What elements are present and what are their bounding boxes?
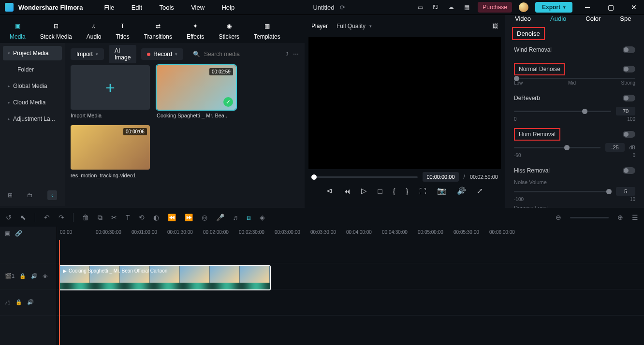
folder-icon[interactable]: 🗀 [27, 192, 33, 199]
scrubber-track[interactable] [311, 176, 418, 178]
undo-icon[interactable]: ↶ [44, 214, 50, 221]
refresh-icon[interactable]: ⟳ [340, 4, 345, 11]
sidebar-cloud-media[interactable]: ▸Cloud Media [3, 95, 62, 110]
tab-stickers[interactable]: ◉Stickers [219, 21, 239, 43]
section-denoise[interactable]: Denoise [505, 27, 644, 40]
step-back-button[interactable]: ⏮ [343, 187, 351, 195]
tab-audio[interactable]: ♫Audio [87, 21, 102, 43]
preview-viewport[interactable] [308, 37, 501, 169]
tab-stock-media[interactable]: ⊡Stock Media [40, 21, 72, 43]
zoom-in-icon[interactable]: ⊕ [617, 214, 623, 221]
hiss-removal-toggle[interactable] [623, 167, 635, 174]
tab-templates[interactable]: ▥Templates [254, 21, 280, 43]
close-button[interactable]: ✕ [626, 3, 642, 11]
menu-file[interactable]: File [96, 4, 122, 11]
mark-in-button[interactable]: { [393, 187, 395, 195]
sidebar-global-media[interactable]: ▸Global Media [3, 79, 62, 93]
hum-removal-slider[interactable] [514, 147, 600, 148]
track-head-audio[interactable]: ♪1🔒🔊 [0, 289, 57, 316]
sidebar-adjustment-layer[interactable]: ▸Adjustment La... [3, 112, 62, 126]
pointer-icon[interactable]: ⬉ [20, 214, 26, 221]
tab-transitions[interactable]: ⇄Transitions [144, 21, 172, 43]
timeline-clip[interactable]: ▶Cooking Spaghetti _ Mr. Bean Official C… [59, 265, 271, 290]
redo-icon[interactable]: ↷ [59, 214, 64, 221]
save-icon[interactable]: 🖫 [431, 3, 440, 12]
ai-image-button[interactable]: AI Image [109, 45, 136, 63]
timeline-lanes[interactable]: ▶Cooking Spaghetti _ Mr. Bean Official C… [57, 240, 644, 345]
dereverb-toggle[interactable] [623, 95, 635, 101]
prop-tab-video[interactable]: Video [515, 15, 531, 22]
marker-icon[interactable]: ◈ [260, 214, 265, 221]
avatar[interactable] [519, 2, 528, 12]
sequence-icon[interactable]: ▣ [5, 230, 10, 237]
speed-fast-icon[interactable]: ⏩ [185, 214, 193, 221]
noise-volume-slider[interactable] [514, 191, 611, 192]
record-button[interactable]: Record▾ [141, 48, 183, 60]
delete-icon[interactable]: 🗑 [82, 214, 89, 221]
search-field[interactable]: 🔍 [188, 51, 281, 58]
normal-denoise-slider[interactable] [514, 78, 635, 79]
purchase-button[interactable]: Purchase [478, 2, 512, 13]
menu-tools[interactable]: Tools [151, 4, 181, 11]
normal-denoise-toggle[interactable] [623, 66, 635, 72]
tab-effects[interactable]: ✦Effects [187, 21, 204, 43]
quality-dropdown[interactable]: Full Quality▾ [337, 23, 372, 29]
hum-removal-toggle[interactable] [623, 131, 635, 138]
import-button[interactable]: Import▾ [71, 48, 104, 60]
media-item-1[interactable]: 00:02:59✓ Cooking Spaghetti _ Mr. Bea... [157, 65, 236, 118]
more-icon[interactable]: ⋯ [293, 51, 299, 58]
history-icon[interactable]: ↺ [6, 214, 12, 221]
playhead[interactable] [59, 240, 60, 345]
speed-slow-icon[interactable]: ⏪ [168, 214, 176, 221]
track-head-video[interactable]: 🎬1🔒🔊👁 [0, 263, 57, 289]
export-button[interactable]: Export▾ [535, 2, 572, 13]
sidebar-project-media[interactable]: ▾Project Media [3, 46, 62, 60]
collapse-sidebar-button[interactable]: ‹ [47, 190, 57, 200]
green-screen-icon[interactable]: ◎ [202, 214, 207, 221]
import-media-tile[interactable]: + Import Media [71, 65, 150, 118]
snapshot-icon[interactable]: 🖼 [492, 23, 498, 29]
prop-tab-audio[interactable]: Audio [550, 15, 566, 22]
menu-help[interactable]: Help [214, 4, 242, 11]
text-icon[interactable]: T [126, 214, 130, 221]
sidebar-folder[interactable]: Folder [3, 62, 62, 77]
volume-icon[interactable]: 🔊 [457, 187, 466, 195]
view-settings-icon[interactable]: ☰ [632, 214, 638, 221]
maximize-button[interactable]: ▢ [602, 3, 619, 11]
play-button[interactable]: ▷ [361, 187, 367, 195]
prop-tab-spe[interactable]: Spe [620, 15, 631, 22]
zoom-out-icon[interactable]: ⊖ [556, 214, 561, 221]
prop-tab-color[interactable]: Color [585, 15, 600, 22]
mic-icon[interactable]: 🎤 [216, 214, 224, 221]
detach-button[interactable]: ⛶ [419, 187, 426, 195]
scrubber-knob[interactable] [311, 174, 317, 180]
zoom-slider[interactable] [570, 217, 609, 218]
search-input[interactable] [204, 51, 277, 58]
device-icon[interactable]: ▭ [416, 3, 424, 12]
stop-button[interactable]: □ [378, 187, 382, 195]
magnet-icon[interactable]: ⧈ [247, 214, 251, 222]
camera-icon[interactable]: 📷 [437, 187, 446, 195]
apps-icon[interactable]: ▦ [462, 3, 471, 12]
split-icon[interactable]: ✂ [111, 214, 117, 221]
tab-media[interactable]: ▣Media [10, 21, 26, 43]
wind-removal-toggle[interactable] [623, 46, 635, 53]
cloud-icon[interactable]: ☁ [447, 3, 455, 12]
dereverb-slider[interactable] [514, 111, 611, 112]
link-icon[interactable]: 🔗 [15, 230, 22, 237]
minimize-button[interactable]: ─ [579, 3, 596, 11]
color-icon[interactable]: ◐ [153, 214, 159, 221]
prev-frame-button[interactable]: ⊲ [326, 187, 333, 195]
new-folder-icon[interactable]: ⊞ [8, 192, 13, 199]
fullscreen-icon[interactable]: ⤢ [477, 187, 483, 195]
sound-icon[interactable]: ♬ [233, 214, 238, 221]
media-item-2[interactable]: 00:00:06 res_motion_tracking-video1 [71, 125, 150, 178]
timeline-ruler[interactable]: 00:00 00:00:30:00 00:01:00:00 00:01:30:0… [57, 227, 644, 240]
rotate-icon[interactable]: ⟲ [139, 214, 145, 221]
menu-edit[interactable]: Edit [124, 4, 150, 11]
mark-out-button[interactable]: } [406, 187, 409, 195]
crop-icon[interactable]: ⧉ [98, 214, 102, 222]
filter-icon[interactable]: ⫱ [286, 51, 288, 58]
tab-titles[interactable]: TTitles [116, 21, 129, 43]
menu-view[interactable]: View [183, 4, 212, 11]
